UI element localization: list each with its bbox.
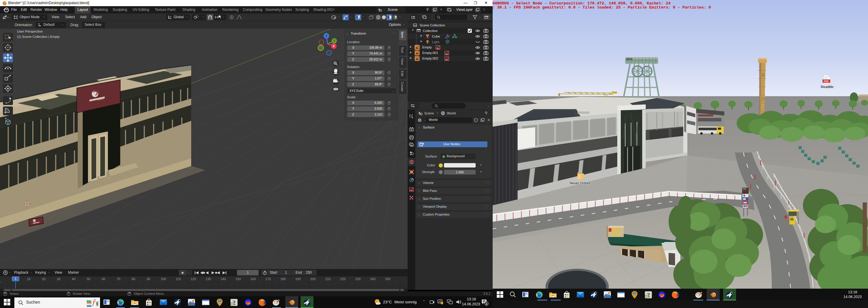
svg-text:Z: Z (326, 34, 327, 37)
svg-text:PDF: PDF (824, 80, 829, 83)
svg-text:1: 1 (486, 302, 487, 305)
svg-text:X: X (333, 44, 335, 48)
svg-text:Y: Y (333, 39, 336, 42)
